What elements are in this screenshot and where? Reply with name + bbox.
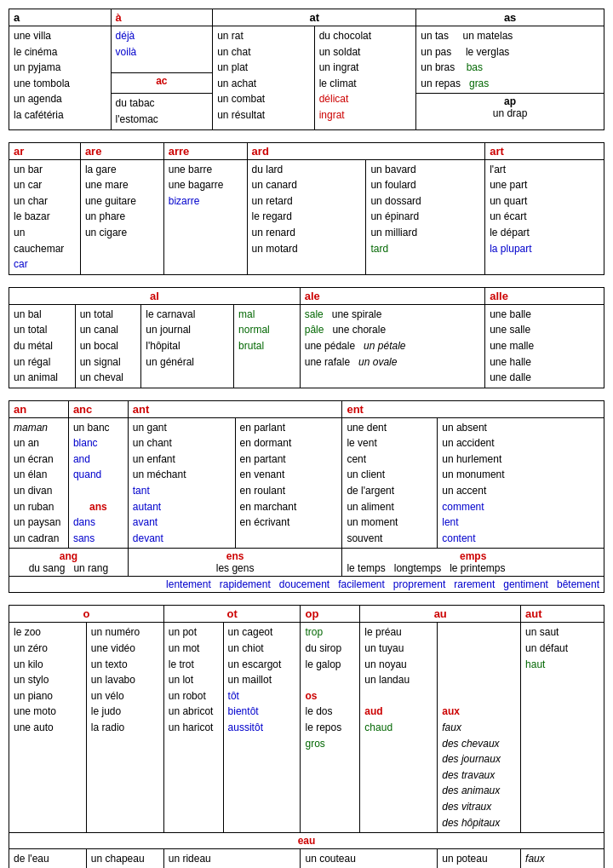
cell-o-col1: le zoo un zéro un kilo un stylo un piano… (9, 623, 87, 833)
header-aut: aut (521, 606, 604, 623)
cell-al-col4: mal normal brutal (234, 304, 301, 388)
cell-ent-words2: un absent un accident un hurlement un mo… (438, 417, 604, 549)
header-ale: ale (300, 287, 484, 304)
cell-ant-words2: en parlant en dormant en partant en vena… (235, 417, 342, 549)
cell-au-col1: le préau un tuyau un noyau un landau aud… (360, 623, 438, 833)
section-al: al ale alle un bal un total du métal un … (9, 287, 604, 388)
header-a-accent: à (111, 9, 213, 26)
cell-at-words: un rat un chat un plat un achat un comba… (213, 26, 315, 130)
header-at: at (213, 9, 416, 26)
cell-aut-words: un saut un défaut haut (521, 623, 604, 833)
cell-ent-adverbs-list: lentement rapidement doucement facilemen… (9, 577, 604, 593)
header-ot: ot (163, 606, 301, 623)
header-al: al (9, 287, 301, 304)
cell-eau-header: eau (9, 833, 604, 849)
header-are: are (80, 142, 163, 159)
cell-ent-adverbs: ang du sang un rang (9, 549, 129, 577)
header-o: o (9, 606, 164, 623)
cell-ot-col1: un pot un mot le trot un lot un robot un… (163, 623, 223, 833)
cell-ard-words2: un bavard un foulard un dossard un épina… (366, 159, 485, 274)
cell-ant-words1: un gant un chant un enfant un méchant ta… (128, 417, 235, 549)
cell-ens-section: ens les gens (128, 549, 342, 577)
cell-eau-col4: un couteau un drapeau un agneau un tonne… (301, 849, 438, 868)
header-op: op (301, 606, 360, 623)
cell-ale-words: sale une spirale pâle une chorale une pé… (300, 304, 484, 388)
cell-op-words: trop du sirop le galop os le dos le repo… (301, 623, 360, 833)
cell-alle-words: une balle une salle une malle une halle … (485, 304, 604, 388)
section-a: a à at as une villa le cinéma un pyjama … (9, 9, 604, 130)
cell-a-accent-words: déjà voilà (111, 26, 213, 73)
header-as: as (416, 9, 604, 26)
section-ar: ar are arre ard art un bar un car un cha… (9, 142, 604, 275)
cell-ent-words1: une dent le vent cent un client de l'arg… (342, 417, 438, 549)
cell-eau-col1: de l'eau la peau un seau un manteau (9, 849, 87, 868)
cell-al-col2: un total un canal un bocal un signal un … (75, 304, 141, 388)
cell-emps-section: emps le temps longtemps le printemps (342, 549, 604, 577)
cell-eau-col2: un chapeau un oiseau un gâteau un morcea… (86, 849, 163, 868)
header-anc: anc (68, 400, 128, 417)
header-a: a (9, 9, 112, 26)
header-ant: ant (128, 400, 342, 417)
header-alle: alle (485, 287, 604, 304)
cell-au-col2: aux faux des chevaux des journaux des tr… (438, 623, 521, 833)
header-ard: ard (247, 142, 485, 159)
section-an: an anc ant ent maman un an un écran un é… (9, 400, 604, 594)
cell-arre-words: une barre une bagarre bizarre (163, 159, 247, 274)
header-an: an (9, 400, 69, 417)
cell-eau-col5: un poteau un ruisseau beau nouveau (438, 849, 521, 868)
header-ar: ar (9, 142, 81, 159)
cell-ac-words: du tabac l'estomac (111, 94, 213, 129)
cell-art-words: l'art une part un quart un écart le dépa… (485, 159, 604, 274)
section-o: o ot op au aut le zoo un zéro un kilo un… (9, 605, 604, 868)
header-ent: ent (342, 400, 604, 417)
cell-eau-col3: un rideau un bateau un tableau un pincea… (163, 849, 301, 868)
cell-anc-words: un banc blanc and quand ans dans sans (68, 417, 128, 549)
cell-at-words2: du chocolat un soldat un ingrat le clima… (314, 26, 416, 130)
header-art: art (485, 142, 604, 159)
header-arre: arre (163, 142, 247, 159)
header-au: au (360, 606, 521, 623)
cell-al-col3: le carnaval un journal l'hôpital un géné… (141, 304, 234, 388)
cell-al-col1: un bal un total du métal un régal un ani… (9, 304, 76, 388)
cell-an-words: maman un an un écran un élan un divan un… (9, 417, 69, 549)
cell-are-words: la gare une mare une guitare un phare un… (80, 159, 163, 274)
cell-ot-col2: un cageot un chiot un escargot un maillo… (223, 623, 301, 833)
cell-ar-words: un bar un car un char le bazar un cauche… (9, 159, 81, 274)
cell-o-col2: un numéro une vidéo un texto un lavabo u… (86, 623, 163, 833)
cell-ac-header: ac (111, 72, 213, 94)
cell-eau-aux-list: faux des chevaux des journaux des travau… (521, 849, 604, 868)
cell-as-words: un tas un matelas un pas le verglas un b… (416, 26, 604, 94)
cell-ard-words1: du lard un canard un retard le regard un… (247, 159, 366, 274)
cell-ap-section: ap un drap (416, 94, 604, 129)
cell-a-words: une villa le cinéma un pyjama une tombol… (9, 26, 112, 130)
